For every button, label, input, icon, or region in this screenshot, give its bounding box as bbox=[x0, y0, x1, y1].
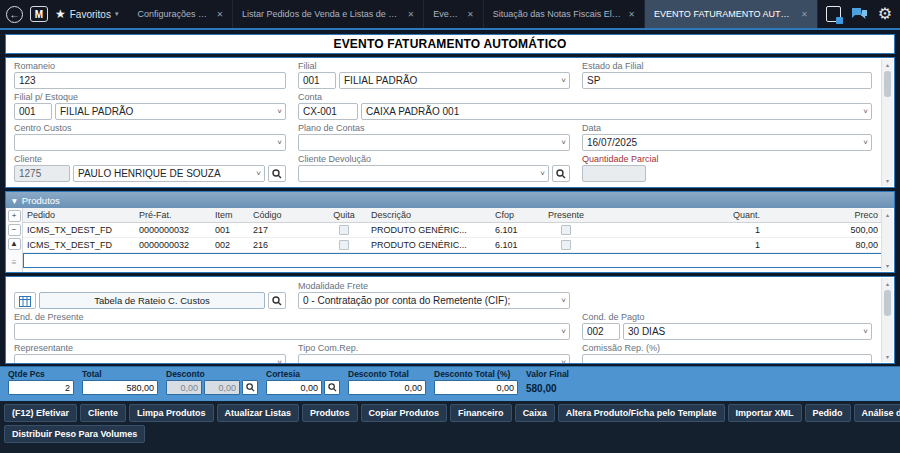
caixa-button[interactable]: Caixa bbox=[515, 404, 555, 422]
app-logo[interactable]: M bbox=[30, 6, 48, 22]
form-scrollbar[interactable]: ▴ ▾ bbox=[881, 59, 893, 186]
desconto-total-field[interactable]: 0,00 bbox=[348, 380, 426, 395]
col-presente[interactable]: Presente bbox=[537, 208, 595, 222]
scrollbar-thumb[interactable] bbox=[884, 290, 891, 316]
centro-custos-select[interactable]: ˅ bbox=[14, 134, 286, 151]
settings-gear-icon[interactable]: ⚙ bbox=[878, 6, 892, 22]
romaneio-input[interactable]: 123 bbox=[14, 72, 286, 89]
scroll-up-icon[interactable]: ▴ bbox=[886, 61, 889, 68]
tab-listar-pedidos[interactable]: Listar Pedidos de Venda e Listas de Casa… bbox=[233, 0, 424, 28]
filial-estoque-select[interactable]: FILIAL PADRÃO ˅ bbox=[55, 103, 286, 120]
cell-presente bbox=[537, 223, 595, 237]
col-cfop[interactable]: Cfop bbox=[491, 208, 537, 222]
clipboard-icon[interactable] bbox=[826, 6, 841, 22]
tab-configuracoes[interactable]: Configurações Ge... ✕ bbox=[128, 0, 233, 28]
col-quant[interactable]: Quant. bbox=[595, 208, 764, 222]
cell-preco: 80,00 bbox=[764, 238, 882, 252]
conta-code-input[interactable]: CX-001 bbox=[298, 103, 358, 120]
move-up-button[interactable]: ▲ bbox=[8, 238, 21, 250]
distribuir-peso-button[interactable]: Distribuir Peso Para Volumes bbox=[4, 425, 145, 443]
cliente-devolucao-select[interactable]: ˅ bbox=[298, 165, 549, 182]
analise-credito-button[interactable]: Análise de Crédito bbox=[854, 404, 900, 422]
cliente-search-button[interactable] bbox=[268, 165, 286, 182]
desconto-field-1[interactable]: 0,00 bbox=[166, 380, 202, 395]
chat-icon[interactable] bbox=[851, 7, 868, 21]
col-descricao[interactable]: Descrição bbox=[367, 208, 491, 222]
copiar-produtos-button[interactable]: Copiar Produtos bbox=[361, 404, 448, 422]
favoritos-menu[interactable]: ★ Favoritos ▾ bbox=[55, 7, 118, 21]
produtos-button[interactable]: Produtos bbox=[302, 404, 358, 422]
quita-checkbox[interactable] bbox=[339, 225, 349, 235]
grid-scrollbar[interactable]: ▴ ▾ bbox=[881, 209, 893, 271]
cond-pagto-select[interactable]: 30 DIAS ˅ bbox=[623, 323, 872, 340]
col-preco[interactable]: Preco bbox=[764, 208, 882, 222]
filial-select[interactable]: FILIAL PADRÃO ˅ bbox=[339, 72, 570, 89]
limpa-produtos-button[interactable]: Limpa Produtos bbox=[129, 404, 214, 422]
scroll-down-icon[interactable]: ▾ bbox=[886, 353, 889, 360]
scroll-up-icon[interactable]: ▴ bbox=[886, 211, 889, 218]
presente-checkbox[interactable] bbox=[561, 240, 571, 250]
altera-produto-template-button[interactable]: Altera Produto/Ficha pelo Template bbox=[558, 404, 725, 422]
produtos-section-header[interactable]: ▾ Produtos bbox=[6, 192, 894, 208]
table-row[interactable]: ICMS_TX_DEST_FD 0000000032 002 216 PRODU… bbox=[23, 238, 882, 253]
back-button[interactable]: ← bbox=[6, 6, 23, 23]
insert-row[interactable] bbox=[23, 253, 882, 268]
quita-checkbox[interactable] bbox=[339, 240, 349, 250]
remove-row-button[interactable]: − bbox=[8, 224, 21, 236]
close-icon[interactable]: ✕ bbox=[801, 10, 808, 19]
presente-checkbox[interactable] bbox=[561, 225, 571, 235]
col-quita[interactable]: Quita bbox=[321, 208, 367, 222]
scroll-up-icon[interactable]: ▴ bbox=[886, 280, 889, 287]
close-icon[interactable]: ✕ bbox=[628, 10, 635, 19]
cond-pagto-code-input[interactable]: 002 bbox=[582, 323, 620, 340]
cliente-devolucao-search-button[interactable] bbox=[552, 165, 570, 182]
scroll-down-icon[interactable]: ▾ bbox=[886, 177, 889, 184]
tipo-com-rep-select[interactable]: ˅ bbox=[298, 354, 570, 364]
atualizar-listas-button[interactable]: Atualizar Listas bbox=[217, 404, 300, 422]
tabela-rateio-button[interactable]: Tabela de Rateio C. Custos bbox=[39, 292, 265, 309]
cliente-code-input[interactable]: 1275 bbox=[14, 165, 70, 182]
conta-select[interactable]: CAIXA PADRÃO 001 ˅ bbox=[361, 103, 872, 120]
representante-select[interactable]: ˅ bbox=[14, 354, 286, 364]
efetivar-button[interactable]: (F12) Efetivar bbox=[4, 404, 77, 422]
filial-code-input[interactable]: 001 bbox=[298, 72, 336, 89]
desconto-search-button[interactable] bbox=[242, 380, 258, 395]
quantidade-parcial-input[interactable] bbox=[582, 165, 646, 182]
cortesia-search-button[interactable] bbox=[324, 380, 340, 395]
add-row-button[interactable]: + bbox=[8, 210, 21, 222]
filial-estoque-code-input[interactable]: 001 bbox=[14, 103, 52, 120]
panel2-scrollbar[interactable]: ▴ ▾ bbox=[881, 278, 893, 362]
importar-xml-button[interactable]: Importar XML bbox=[728, 404, 802, 422]
cortesia-field[interactable]: 0,00 bbox=[266, 380, 322, 395]
cliente-button[interactable]: Cliente bbox=[80, 404, 126, 422]
comissao-rep-input[interactable] bbox=[582, 354, 872, 364]
scrollbar-thumb[interactable] bbox=[884, 71, 891, 97]
close-icon[interactable]: ✕ bbox=[467, 10, 474, 19]
tab-evento-faturamento[interactable]: EVENTO FATURAMENTO AUTOMÁ... ✕ bbox=[645, 0, 818, 28]
desconto-field-2[interactable]: 0,00 bbox=[204, 380, 240, 395]
plano-contas-select[interactable]: ˅ bbox=[298, 134, 570, 151]
scroll-down-icon[interactable]: ▾ bbox=[886, 262, 889, 269]
cliente-select[interactable]: PAULO HENRIQUE DE SOUZA ˅ bbox=[73, 165, 265, 182]
desconto-total-pct-field[interactable]: 0,00 bbox=[434, 380, 518, 395]
col-codigo[interactable]: Código bbox=[249, 208, 321, 222]
pedido-button[interactable]: Pedido bbox=[805, 404, 851, 422]
table-row[interactable]: ICMS_TX_DEST_FD 0000000032 001 217 PRODU… bbox=[23, 223, 882, 238]
financeiro-button[interactable]: Financeiro bbox=[450, 404, 512, 422]
modalidade-frete-select[interactable]: 0 - Contratação por conta do Remetente (… bbox=[298, 292, 570, 309]
table-icon bbox=[19, 295, 31, 307]
tab-evento[interactable]: Event... ✕ bbox=[424, 0, 483, 28]
close-icon[interactable]: ✕ bbox=[408, 10, 415, 19]
col-item[interactable]: Item bbox=[211, 208, 249, 222]
grid-table-button[interactable] bbox=[14, 292, 36, 309]
data-select[interactable]: 16/07/2025 ˅ bbox=[582, 134, 872, 151]
end-presente-select[interactable]: ˅ bbox=[14, 323, 570, 340]
col-pre-fat[interactable]: Pré-Fat. bbox=[135, 208, 211, 222]
tab-situacao-notas[interactable]: Situação das Notas Fiscais Eletrô... ✕ bbox=[484, 0, 645, 28]
qtde-pcs-field[interactable]: 2 bbox=[8, 380, 74, 395]
estado-filial-input[interactable]: SP bbox=[582, 72, 872, 89]
total-field[interactable]: 580,00 bbox=[82, 380, 158, 395]
close-icon[interactable]: ✕ bbox=[216, 10, 223, 19]
rateio-search-button[interactable] bbox=[268, 292, 286, 309]
col-pedido[interactable]: Pedido bbox=[23, 208, 135, 222]
